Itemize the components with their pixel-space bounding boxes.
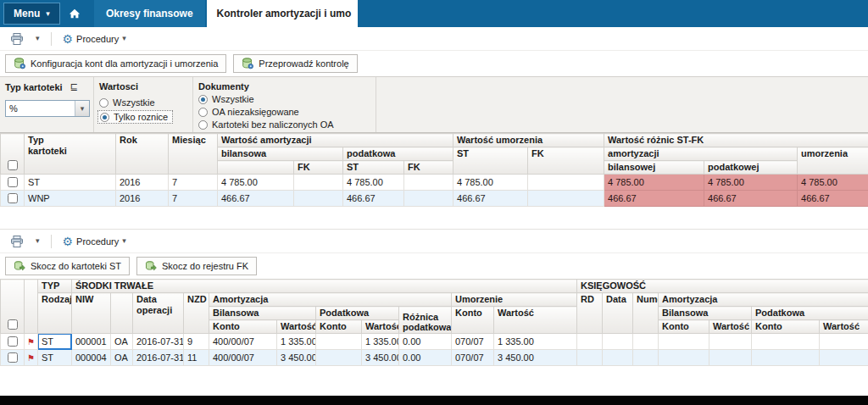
cell-ksieg-data[interactable] <box>603 350 633 366</box>
typ-kartoteki-combobox[interactable]: % ▾ <box>5 100 90 117</box>
radio-kartoteki-bez-oa[interactable]: Kartoteki bez naliczonych OA <box>198 119 334 130</box>
col-header-wartosc[interactable]: Wartość <box>362 320 399 334</box>
col-header-nzd[interactable]: NZD <box>184 293 209 334</box>
run-control-button[interactable]: Przeprowadź kontrolę <box>233 54 357 73</box>
col-header-wartosc[interactable]: Wartość <box>709 320 752 334</box>
cell-amort-podatkowa-st[interactable]: 466.67 <box>343 191 404 207</box>
col-header-roznica-umorzenia[interactable]: umorzenia <box>798 147 868 175</box>
cell-rodzaj[interactable]: ST <box>38 334 72 350</box>
cell-ksieg-rd[interactable] <box>577 350 603 366</box>
cell-amort-podatkowa-fk[interactable] <box>404 175 453 191</box>
row-checkbox[interactable] <box>8 177 18 187</box>
cell-ksieg-am-bil-wartosc[interactable] <box>709 334 752 350</box>
cell-um-konto[interactable]: 070/07 <box>452 350 494 366</box>
menu-button[interactable]: Menu ▾ <box>3 3 60 25</box>
cell-umorzenie-fk[interactable] <box>528 191 604 207</box>
cell-ksieg-am-bil-konto[interactable] <box>659 334 709 350</box>
col-header-bilansowa-blank[interactable] <box>218 161 294 175</box>
cell-ksieg-am-pod-konto[interactable] <box>752 334 820 350</box>
row-select-cell[interactable] <box>1 175 25 191</box>
cell-um-wartosc[interactable]: 3 450.00 <box>494 350 577 366</box>
cell-amort-bilansowa[interactable]: 466.67 <box>218 191 294 207</box>
tab-kontroler-amortyzacji[interactable]: Kontroler amortyzacji i umo <box>207 0 358 27</box>
col-header-podatkowa-st[interactable]: ST <box>343 161 404 175</box>
cell-roznica-podatkowa[interactable]: 0.00 <box>399 350 452 366</box>
config-accounts-button[interactable]: Konfiguracja kont dla amortyzacji i umor… <box>5 54 226 73</box>
cell-roznica-bilansowej[interactable]: 466.67 <box>604 191 704 207</box>
row-checkbox[interactable] <box>8 336 18 347</box>
row-checkbox[interactable] <box>8 352 18 363</box>
cell-amort-podatkowa-st[interactable]: 4 785.00 <box>343 175 404 191</box>
cell-roznica-umorzenia[interactable]: 466.67 <box>798 191 868 207</box>
cell-am-pod-konto[interactable] <box>316 334 362 350</box>
cell-data-operacji[interactable]: 2016-07-31 <box>133 334 184 350</box>
print-options-caret-button[interactable]: ▾ <box>31 232 45 251</box>
combo-dropdown-button[interactable]: ▾ <box>75 101 89 116</box>
cell-typ[interactable]: WNP <box>25 191 116 207</box>
col-header-niw[interactable]: NIW <box>72 293 111 334</box>
col-header-data-operacji[interactable]: Data operacji <box>133 293 184 334</box>
col-header-podatkowa-fk[interactable]: FK <box>404 161 453 175</box>
cell-umorzenie-st[interactable]: 466.67 <box>453 191 528 207</box>
col-header-konto[interactable]: Konto <box>659 320 709 334</box>
cell-am-pod-wartosc[interactable]: 3 450.00 <box>362 350 399 366</box>
col-header-umorzenie-st[interactable]: ST <box>453 147 528 175</box>
table-row[interactable]: ST 2016 7 4 785.00 4 785.00 4 785.00 4 7… <box>1 175 868 191</box>
cell-rd[interactable]: OA <box>111 350 133 366</box>
print-options-caret-button[interactable]: ▾ <box>31 30 45 48</box>
table-row[interactable]: ⚑ ST 000004 OA 2016-07-31 11 400/00/07 3… <box>1 350 868 366</box>
cell-ksieg-rd[interactable] <box>577 334 603 350</box>
table-row[interactable]: ⚑ ST 000001 OA 2016-07-31 9 400/00/07 1 … <box>1 334 868 350</box>
cell-roznica-podatkowej[interactable]: 466.67 <box>704 191 798 207</box>
cell-umorzenie-fk[interactable] <box>528 175 604 191</box>
cell-rodzaj[interactable]: ST <box>38 350 72 366</box>
radio-wartosci-tylko-roznice[interactable]: Tylko roznice <box>97 110 173 124</box>
col-header-umorzenie-wartosc[interactable]: Wartość <box>494 307 577 334</box>
col-header-umorzenie-konto[interactable]: Konto <box>452 307 494 334</box>
col-header-wartosc[interactable]: Wartość <box>277 320 316 334</box>
cell-miesiac[interactable]: 7 <box>169 175 218 191</box>
cell-ksieg-am-pod-konto[interactable] <box>752 350 820 366</box>
col-header-rd[interactable] <box>111 293 133 334</box>
col-header-umorzenie-fk[interactable]: FK <box>528 147 604 175</box>
cell-amort-bilansowa-fk[interactable] <box>294 175 343 191</box>
cell-am-bil-konto[interactable]: 400/00/07 <box>209 350 277 366</box>
col-header-konto[interactable]: Konto <box>316 320 362 334</box>
cell-rd[interactable]: OA <box>111 334 133 350</box>
cell-roznica-umorzenia[interactable]: 4 785.00 <box>798 175 868 191</box>
home-button[interactable] <box>60 0 89 27</box>
cell-amort-bilansowa[interactable]: 4 785.00 <box>218 175 294 191</box>
cell-nzd[interactable]: 9 <box>184 334 209 350</box>
cell-niw[interactable]: 000004 <box>72 350 111 366</box>
cell-ksieg-am-bil-konto[interactable] <box>659 350 709 366</box>
tab-okresy-finansowe[interactable]: Okresy finansowe <box>94 0 205 27</box>
cell-ksieg-am-pod-wartosc[interactable] <box>820 350 868 366</box>
col-header-ksieg-numer[interactable]: Nume <box>633 293 659 334</box>
goto-fk-button[interactable]: Skocz do rejestru FK <box>136 257 257 275</box>
radio-oa-niezaksiegowane[interactable]: OA niezaksięgowane <box>198 107 299 117</box>
row-select-cell[interactable] <box>1 191 25 207</box>
procedures-dropdown-button[interactable]: ⚙ Procedury ▾ <box>58 30 131 48</box>
col-header-wartosc[interactable]: Wartość <box>820 320 868 334</box>
cell-typ[interactable]: ST <box>25 175 116 191</box>
table-row[interactable]: WNP 2016 7 466.67 466.67 466.67 466.67 4… <box>1 191 868 207</box>
goto-st-button[interactable]: Skocz do kartoteki ST <box>5 257 130 275</box>
cell-um-wartosc[interactable]: 1 335.00 <box>494 334 577 350</box>
radio-dokumenty-wszystkie[interactable]: Wszystkie <box>198 94 254 104</box>
procedures-dropdown-button[interactable]: ⚙ Procedury ▾ <box>58 232 131 251</box>
cell-data-operacji[interactable]: 2016-07-31 <box>133 350 184 366</box>
cell-roznica-podatkowej[interactable]: 4 785.00 <box>704 175 798 191</box>
cell-umorzenie-st[interactable]: 4 785.00 <box>453 175 528 191</box>
cell-am-pod-wartosc[interactable]: 1 335.00 <box>362 334 399 350</box>
cell-amort-bilansowa-fk[interactable] <box>294 191 343 207</box>
cell-rok[interactable]: 2016 <box>116 175 169 191</box>
cell-nzd[interactable]: 11 <box>184 350 209 366</box>
row-select-cell[interactable] <box>1 350 25 366</box>
cell-am-bil-wartosc[interactable]: 1 335.00 <box>277 334 316 350</box>
print-button[interactable] <box>5 232 29 251</box>
cell-ksieg-am-pod-wartosc[interactable] <box>820 334 868 350</box>
radio-wartosci-wszystkie[interactable]: Wszystkie <box>99 97 155 108</box>
col-header-roznica-bilansowej[interactable]: bilansowej <box>604 161 704 175</box>
row-checkbox[interactable] <box>8 193 18 203</box>
cell-um-konto[interactable]: 070/07 <box>452 334 494 350</box>
